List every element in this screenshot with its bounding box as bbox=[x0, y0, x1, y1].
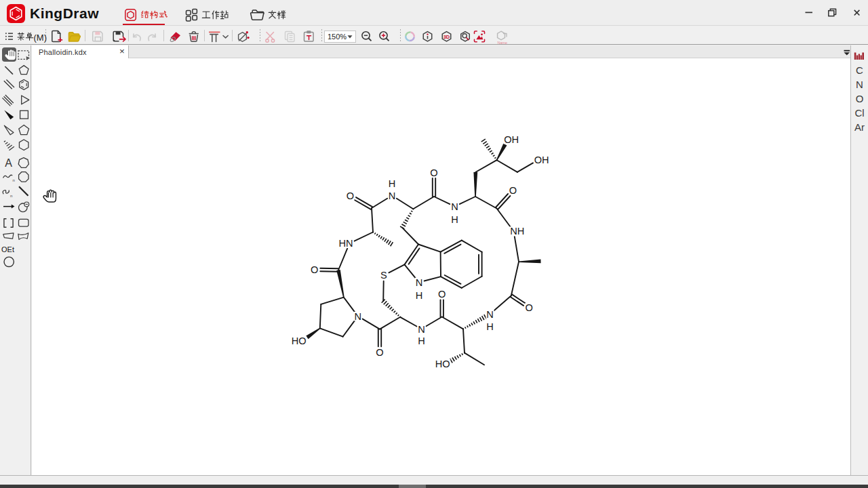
svg-text:O: O bbox=[438, 289, 446, 300]
svg-text:HN: HN bbox=[338, 238, 353, 249]
svg-text:H: H bbox=[416, 290, 423, 301]
svg-text:(M): (M) bbox=[34, 33, 47, 43]
svg-text:NH: NH bbox=[510, 226, 524, 237]
svg-text:n: n bbox=[10, 194, 12, 198]
svg-text:H: H bbox=[418, 336, 425, 346]
svg-text:N: N bbox=[486, 309, 494, 320]
svg-text:N: N bbox=[416, 277, 423, 288]
svg-text:HO: HO bbox=[435, 359, 450, 369]
svg-text:H: H bbox=[451, 214, 458, 225]
svg-text:N: N bbox=[451, 201, 458, 212]
svg-text:N: N bbox=[355, 311, 362, 322]
svg-text:OEt: OEt bbox=[1, 245, 14, 253]
svg-text:O: O bbox=[311, 264, 318, 275]
svg-text:O: O bbox=[347, 190, 354, 201]
svg-text:O: O bbox=[526, 302, 533, 313]
svg-text:O: O bbox=[376, 347, 383, 358]
svg-text:n: n bbox=[13, 178, 15, 182]
svg-text:O: O bbox=[509, 185, 517, 196]
svg-text:Name: Name bbox=[498, 41, 508, 45]
svg-text:N: N bbox=[418, 324, 425, 335]
svg-text:O: O bbox=[430, 167, 437, 178]
svg-text:A: A bbox=[5, 157, 12, 169]
svg-text:3D: 3D bbox=[443, 34, 450, 40]
svg-text:H: H bbox=[389, 178, 396, 189]
svg-text:N: N bbox=[389, 190, 396, 201]
svg-text:OH: OH bbox=[534, 155, 549, 165]
svg-text:S: S bbox=[380, 270, 387, 281]
svg-text:HO: HO bbox=[292, 336, 307, 346]
svg-text:OH: OH bbox=[504, 134, 519, 145]
svg-text:H: H bbox=[486, 321, 494, 332]
